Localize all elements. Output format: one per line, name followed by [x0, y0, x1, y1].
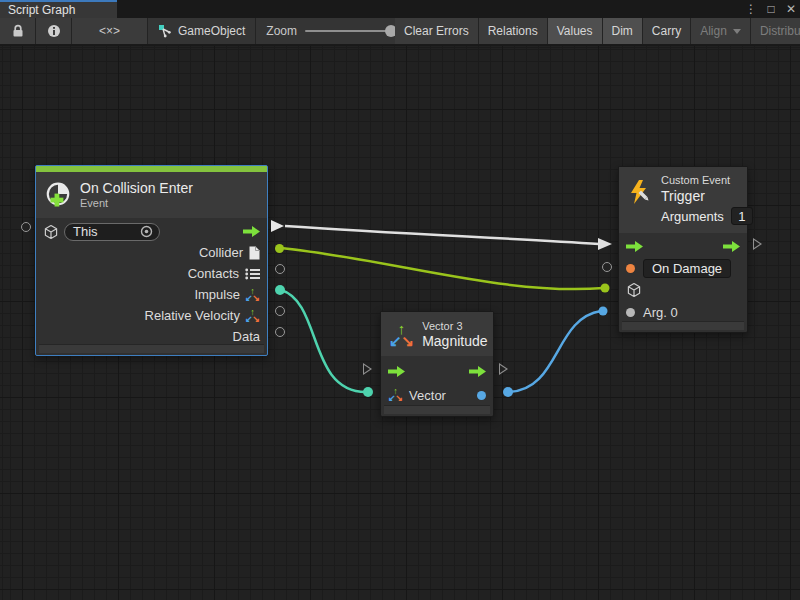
menu-icon[interactable]: ⋮ — [744, 2, 758, 16]
port-flow-output-unconnected[interactable] — [499, 363, 508, 375]
wire-flow-collision-to-trigger[interactable] — [285, 226, 599, 244]
wire-blue-endpoint — [599, 307, 608, 316]
self-object-value: This — [73, 224, 98, 239]
port-flow-input-unconnected[interactable] — [363, 363, 372, 375]
maximize-icon[interactable]: □ — [764, 2, 778, 16]
flow-input-arrow-icon[interactable] — [626, 241, 643, 252]
event-name-value: On Damage — [652, 261, 722, 276]
wire-magnitude-to-arg0[interactable] — [509, 311, 601, 392]
chevron-down-icon — [733, 29, 741, 34]
port-self-input[interactable] — [21, 222, 31, 232]
port-flow-output-connected[interactable] — [271, 220, 284, 232]
node-footer — [622, 321, 744, 330]
vector3-icon: ↑ ↙↘ — [389, 321, 414, 348]
flow-output-arrow-icon[interactable] — [243, 226, 260, 237]
clear-errors-button[interactable]: Clear Errors — [395, 18, 479, 44]
port-contacts-output[interactable] — [275, 264, 285, 274]
node-title: Trigger — [661, 188, 753, 205]
node-type-label: Vector 3 — [422, 319, 487, 333]
toolbar-left-group: <×> GameObject Zoom 1x — [0, 18, 425, 44]
flow-input-arrow-icon[interactable] — [388, 366, 405, 377]
port-label: Impulse — [194, 287, 240, 302]
port-label: Arg. 0 — [643, 305, 678, 320]
node-vector3-magnitude[interactable]: ↑ ↙↘ Vector 3 Magnitude — [380, 311, 494, 417]
event-name-field[interactable]: On Damage — [643, 259, 731, 278]
row-self: This — [36, 221, 267, 242]
contacts-list-icon — [245, 268, 260, 280]
node-subtitle: Event — [80, 197, 193, 210]
graph-toolbar: <×> GameObject Zoom 1x — [0, 18, 800, 45]
port-label: Contacts — [188, 266, 239, 281]
row-contacts: Contacts — [36, 263, 267, 284]
node-header: ↑ ↙↘ Vector 3 Magnitude — [381, 312, 493, 356]
arguments-label: Arguments — [661, 208, 724, 225]
tab-bar: Script Graph ⋮ □ ✕ — [0, 0, 800, 18]
row-flow — [619, 235, 747, 257]
row-vector-input: ↑ ↙↘ Vector — [381, 383, 493, 407]
info-icon — [47, 24, 61, 38]
collider-document-icon — [249, 246, 260, 260]
event-name-port[interactable] — [626, 264, 635, 273]
zoom-label: Zoom — [266, 24, 297, 38]
row-flow — [381, 359, 493, 383]
object-picker-icon[interactable] — [140, 225, 153, 238]
align-dropdown[interactable]: Align — [691, 18, 751, 44]
toolbar-right-group: Clear Errors Relations Values Dim Carry … — [395, 18, 800, 44]
port-label: Data — [233, 329, 260, 344]
row-event-name: On Damage — [619, 257, 747, 279]
code-icon: <×> — [99, 24, 120, 38]
values-toggle[interactable]: Values — [548, 18, 603, 44]
node-title: Magnitude — [422, 333, 487, 350]
lock-button[interactable] — [0, 18, 36, 44]
node-title: On Collision Enter — [80, 180, 193, 197]
row-relative-velocity: Relative Velocity ↑ ↙↘ — [36, 305, 267, 326]
custom-event-icon — [627, 179, 653, 205]
port-flow-output-unconnected[interactable] — [753, 238, 762, 250]
tab-title: Script Graph — [8, 3, 75, 17]
close-icon[interactable]: ✕ — [784, 2, 798, 16]
node-trigger-custom-event[interactable]: Custom Event Trigger Arguments 1 — [618, 166, 748, 333]
arg0-port[interactable] — [626, 308, 635, 317]
port-relative-velocity-output[interactable] — [275, 306, 285, 316]
wire-collider-to-target[interactable] — [281, 248, 604, 289]
relations-button[interactable]: Relations — [479, 18, 548, 44]
self-object-field[interactable]: This — [64, 223, 160, 241]
port-impulse-output[interactable] — [275, 285, 285, 295]
node-footer — [39, 344, 264, 353]
node-header: Custom Event Trigger Arguments 1 — [619, 167, 747, 233]
lock-icon — [12, 24, 24, 38]
flow-output-arrow-icon[interactable] — [723, 241, 740, 252]
on-collision-enter-icon — [44, 181, 72, 209]
zoom-slider[interactable] — [305, 30, 393, 32]
row-impulse: Impulse ↑ ↙↘ — [36, 284, 267, 305]
port-data-output[interactable] — [275, 327, 285, 337]
graph-canvas[interactable]: On Collision Enter Event This — [0, 46, 800, 600]
vector3-icon: ↑ ↙↘ — [245, 308, 260, 324]
gameobject-cube-icon — [626, 282, 642, 298]
node-on-collision-enter[interactable]: On Collision Enter Event This — [35, 165, 268, 356]
vector3-icon: ↑ ↙↘ — [245, 287, 260, 303]
port-collider-output[interactable] — [275, 244, 284, 253]
dim-toggle[interactable]: Dim — [603, 18, 643, 44]
tab-script-graph[interactable]: Script Graph — [0, 0, 117, 18]
gameobject-context[interactable]: GameObject — [148, 18, 256, 44]
flow-output-arrow-icon[interactable] — [469, 366, 486, 377]
wire-flow-arrowhead — [598, 238, 612, 250]
info-button[interactable] — [36, 18, 72, 44]
magnitude-result-port[interactable] — [477, 391, 486, 400]
port-event-name-input[interactable] — [602, 262, 612, 272]
row-arg0: Arg. 0 — [619, 301, 747, 323]
edit-graph-button[interactable]: <×> — [72, 18, 148, 44]
arguments-count-field[interactable]: 1 — [731, 207, 753, 225]
node-footer — [384, 405, 490, 414]
graph-owner-icon — [158, 24, 172, 38]
wire-teal-endpoint — [363, 387, 373, 397]
node-type-label: Custom Event — [661, 173, 753, 187]
carry-toggle[interactable]: Carry — [643, 18, 691, 44]
align-label: Align — [700, 24, 727, 38]
row-collider: Collider — [36, 242, 267, 263]
arguments-count-value: 1 — [738, 209, 745, 224]
wire-impulse-to-vector[interactable] — [281, 290, 366, 392]
window-controls: ⋮ □ ✕ — [744, 0, 798, 18]
distribute-dropdown[interactable]: Distribute — [751, 18, 800, 44]
